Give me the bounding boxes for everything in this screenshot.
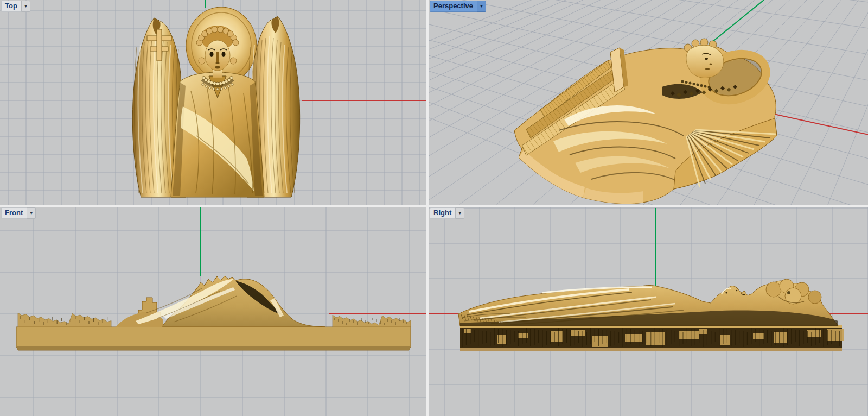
viewport-title[interactable]: Top [1,1,21,12]
base-bottom-edge [17,346,410,350]
viewport-title[interactable]: Right [430,207,455,219]
rhino-four-viewport-layout: Top ▼ [0,0,868,416]
side-curl-left [199,58,205,64]
angel-relief-model-perspective[interactable] [514,39,777,204]
viewport-label-perspective[interactable]: Perspective ▼ [430,1,486,12]
viewport-label-front[interactable]: Front ▼ [1,207,36,219]
viewport-title[interactable]: Front [1,207,27,219]
front-viewport-canvas[interactable] [0,207,426,416]
perspective-viewport-canvas[interactable] [429,0,868,205]
base-bottom-edge [460,348,842,351]
viewport-front[interactable]: Front ▼ [0,207,426,416]
viewport-menu-dropdown-icon[interactable]: ▼ [21,1,30,12]
viewport-menu-dropdown-icon[interactable]: ▼ [27,207,36,219]
viewport-right[interactable]: Right ▼ [429,207,868,416]
side-curl-right [230,58,237,64]
viewport-top[interactable]: Top ▼ [0,0,426,205]
angel-relief-model-right[interactable] [458,279,844,351]
viewport-label-top[interactable]: Top ▼ [1,1,30,12]
top-viewport-canvas[interactable] [0,0,426,205]
viewport-perspective[interactable]: Perspective ▼ [429,0,868,205]
viewport-label-right[interactable]: Right ▼ [430,207,464,219]
viewport-menu-dropdown-icon[interactable]: ▼ [455,207,464,219]
right-viewport-canvas[interactable] [429,207,868,416]
viewport-menu-dropdown-icon[interactable]: ▼ [477,1,486,12]
viewport-title[interactable]: Perspective [430,1,477,12]
left-mound [18,313,111,327]
angel-relief-model-top[interactable] [132,7,299,197]
